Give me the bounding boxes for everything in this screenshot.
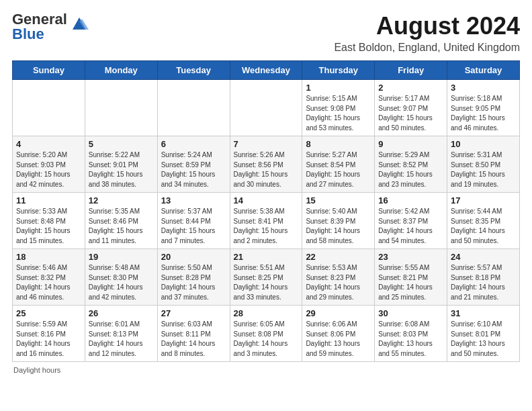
day-cell: 17Sunrise: 5:44 AM Sunset: 8:35 PM Dayli… [447, 193, 520, 249]
day-info: Sunrise: 5:20 AM Sunset: 9:03 PM Dayligh… [16, 150, 81, 189]
day-number: 9 [378, 139, 443, 149]
week-row-1: 1Sunrise: 5:15 AM Sunset: 9:08 PM Daylig… [13, 80, 520, 136]
day-info: Sunrise: 5:57 AM Sunset: 8:18 PM Dayligh… [451, 263, 516, 302]
day-number: 2 [378, 83, 443, 93]
calendar-table: SundayMondayTuesdayWednesdayThursdayFrid… [12, 60, 520, 362]
weekday-thursday: Thursday [302, 61, 375, 80]
day-cell: 20Sunrise: 5:50 AM Sunset: 8:28 PM Dayli… [157, 249, 230, 306]
day-info: Sunrise: 5:24 AM Sunset: 8:59 PM Dayligh… [161, 150, 226, 189]
day-number: 27 [161, 308, 226, 318]
day-number: 30 [378, 308, 443, 318]
day-number: 12 [89, 195, 154, 205]
day-cell: 19Sunrise: 5:48 AM Sunset: 8:30 PM Dayli… [85, 249, 157, 306]
day-info: Sunrise: 5:15 AM Sunset: 9:08 PM Dayligh… [306, 94, 371, 133]
day-cell: 4Sunrise: 5:20 AM Sunset: 9:03 PM Daylig… [13, 136, 85, 193]
weekday-monday: Monday [85, 61, 157, 80]
day-cell: 3Sunrise: 5:18 AM Sunset: 9:05 PM Daylig… [447, 80, 520, 136]
day-info: Sunrise: 5:44 AM Sunset: 8:35 PM Dayligh… [451, 207, 516, 246]
day-number: 6 [161, 139, 226, 149]
day-number: 4 [16, 139, 81, 149]
day-info: Sunrise: 6:10 AM Sunset: 8:01 PM Dayligh… [451, 320, 516, 359]
day-number: 14 [234, 195, 299, 205]
day-cell: 5Sunrise: 5:22 AM Sunset: 9:01 PM Daylig… [85, 136, 157, 193]
weekday-tuesday: Tuesday [157, 61, 230, 80]
day-cell: 15Sunrise: 5:40 AM Sunset: 8:39 PM Dayli… [302, 193, 375, 249]
day-info: Sunrise: 5:26 AM Sunset: 8:56 PM Dayligh… [234, 150, 299, 189]
day-cell: 27Sunrise: 6:03 AM Sunset: 8:11 PM Dayli… [157, 306, 230, 362]
day-cell: 24Sunrise: 5:57 AM Sunset: 8:18 PM Dayli… [447, 249, 520, 306]
day-number: 28 [234, 308, 299, 318]
weekday-header-row: SundayMondayTuesdayWednesdayThursdayFrid… [13, 61, 520, 80]
day-number: 8 [306, 139, 371, 149]
day-info: Sunrise: 6:06 AM Sunset: 8:06 PM Dayligh… [306, 320, 371, 359]
day-cell: 30Sunrise: 6:08 AM Sunset: 8:03 PM Dayli… [375, 306, 447, 362]
day-cell [230, 80, 302, 136]
day-cell: 1Sunrise: 5:15 AM Sunset: 9:08 PM Daylig… [302, 80, 375, 136]
day-number: 10 [451, 139, 516, 149]
day-info: Sunrise: 5:50 AM Sunset: 8:28 PM Dayligh… [161, 263, 226, 302]
day-cell [157, 80, 230, 136]
day-info: Sunrise: 6:03 AM Sunset: 8:11 PM Dayligh… [161, 320, 226, 359]
day-cell [13, 80, 85, 136]
day-cell: 18Sunrise: 5:46 AM Sunset: 8:32 PM Dayli… [13, 249, 85, 306]
day-cell: 9Sunrise: 5:29 AM Sunset: 8:52 PM Daylig… [375, 136, 447, 193]
day-number: 3 [451, 83, 516, 93]
logo-blue: Blue [12, 26, 44, 42]
page: General Blue August 2024 East Boldon, En… [0, 0, 532, 382]
day-cell: 8Sunrise: 5:27 AM Sunset: 8:54 PM Daylig… [302, 136, 375, 193]
day-number: 25 [16, 308, 81, 318]
day-cell: 7Sunrise: 5:26 AM Sunset: 8:56 PM Daylig… [230, 136, 302, 193]
day-info: Sunrise: 5:31 AM Sunset: 8:50 PM Dayligh… [451, 150, 516, 189]
day-info: Sunrise: 5:17 AM Sunset: 9:07 PM Dayligh… [378, 94, 443, 133]
day-info: Sunrise: 5:29 AM Sunset: 8:52 PM Dayligh… [378, 150, 443, 189]
day-number: 17 [451, 195, 516, 205]
day-cell: 31Sunrise: 6:10 AM Sunset: 8:01 PM Dayli… [447, 306, 520, 362]
day-cell: 12Sunrise: 5:35 AM Sunset: 8:46 PM Dayli… [85, 193, 157, 249]
day-number: 20 [161, 252, 226, 262]
weekday-sunday: Sunday [13, 61, 85, 80]
day-cell: 23Sunrise: 5:55 AM Sunset: 8:21 PM Dayli… [375, 249, 447, 306]
day-info: Sunrise: 5:18 AM Sunset: 9:05 PM Dayligh… [451, 94, 516, 133]
day-info: Sunrise: 5:42 AM Sunset: 8:37 PM Dayligh… [378, 207, 443, 246]
week-row-5: 25Sunrise: 5:59 AM Sunset: 8:16 PM Dayli… [13, 306, 520, 362]
day-number: 7 [234, 139, 299, 149]
day-info: Sunrise: 6:01 AM Sunset: 8:13 PM Dayligh… [89, 320, 154, 359]
day-info: Sunrise: 5:27 AM Sunset: 8:54 PM Dayligh… [306, 150, 371, 189]
day-info: Sunrise: 5:37 AM Sunset: 8:44 PM Dayligh… [161, 207, 226, 246]
header: General Blue August 2024 East Boldon, En… [12, 12, 520, 54]
day-info: Sunrise: 6:05 AM Sunset: 8:08 PM Dayligh… [234, 320, 299, 359]
day-number: 13 [161, 195, 226, 205]
weekday-saturday: Saturday [447, 61, 520, 80]
day-info: Sunrise: 5:33 AM Sunset: 8:48 PM Dayligh… [16, 207, 81, 246]
week-row-3: 11Sunrise: 5:33 AM Sunset: 8:48 PM Dayli… [13, 193, 520, 249]
day-number: 16 [378, 195, 443, 205]
day-number: 15 [306, 195, 371, 205]
day-info: Sunrise: 5:40 AM Sunset: 8:39 PM Dayligh… [306, 207, 371, 246]
day-cell: 14Sunrise: 5:38 AM Sunset: 8:41 PM Dayli… [230, 193, 302, 249]
day-info: Sunrise: 5:38 AM Sunset: 8:41 PM Dayligh… [234, 207, 299, 246]
day-cell: 13Sunrise: 5:37 AM Sunset: 8:44 PM Dayli… [157, 193, 230, 249]
day-info: Sunrise: 5:51 AM Sunset: 8:25 PM Dayligh… [234, 263, 299, 302]
day-number: 31 [451, 308, 516, 318]
day-cell: 28Sunrise: 6:05 AM Sunset: 8:08 PM Dayli… [230, 306, 302, 362]
day-number: 23 [378, 252, 443, 262]
week-row-4: 18Sunrise: 5:46 AM Sunset: 8:32 PM Dayli… [13, 249, 520, 306]
day-info: Sunrise: 5:46 AM Sunset: 8:32 PM Dayligh… [16, 263, 81, 302]
day-info: Sunrise: 5:48 AM Sunset: 8:30 PM Dayligh… [89, 263, 154, 302]
day-info: Sunrise: 5:55 AM Sunset: 8:21 PM Dayligh… [378, 263, 443, 302]
week-row-2: 4Sunrise: 5:20 AM Sunset: 9:03 PM Daylig… [13, 136, 520, 193]
day-cell: 10Sunrise: 5:31 AM Sunset: 8:50 PM Dayli… [447, 136, 520, 193]
title-area: August 2024 East Boldon, England, United… [334, 12, 520, 54]
day-cell [85, 80, 157, 136]
day-info: Sunrise: 5:35 AM Sunset: 8:46 PM Dayligh… [89, 207, 154, 246]
footer-note: Daylight hours [12, 366, 520, 374]
daylight-label: Daylight hours [13, 366, 60, 374]
day-number: 24 [451, 252, 516, 262]
day-cell: 11Sunrise: 5:33 AM Sunset: 8:48 PM Dayli… [13, 193, 85, 249]
day-cell: 26Sunrise: 6:01 AM Sunset: 8:13 PM Dayli… [85, 306, 157, 362]
location: East Boldon, England, United Kingdom [334, 42, 520, 54]
day-cell: 16Sunrise: 5:42 AM Sunset: 8:37 PM Dayli… [375, 193, 447, 249]
day-info: Sunrise: 5:22 AM Sunset: 9:01 PM Dayligh… [89, 150, 154, 189]
day-number: 11 [16, 195, 81, 205]
day-cell: 29Sunrise: 6:06 AM Sunset: 8:06 PM Dayli… [302, 306, 375, 362]
